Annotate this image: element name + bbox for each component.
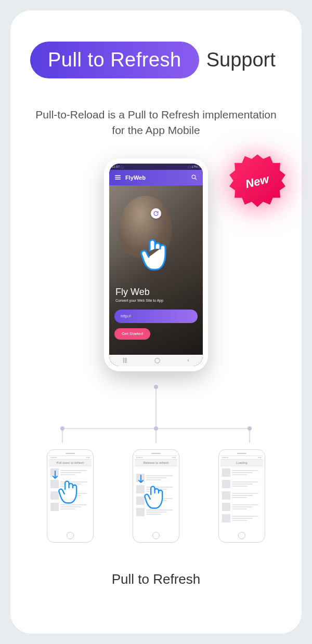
hero-area: Fly Web Convert your Web Site to App htt…: [109, 185, 203, 354]
step-phone-2: ●●●●●●●● Release to refresh: [133, 449, 179, 543]
feature-card: Pull to Refresh Support Pull-to-Reload i…: [10, 10, 302, 634]
arrow-down-icon: [52, 471, 58, 482]
url-input[interactable]: http://: [114, 310, 198, 323]
svg-point-1: [192, 176, 196, 179]
step-phone-1: ●●●●●●●● Pull down to refresh: [47, 449, 94, 543]
status-bar: 11:57 ⬚ ⬚ 17% ▯: [109, 164, 203, 170]
svg-point-7: [248, 426, 252, 431]
title-support: Support: [206, 49, 276, 71]
step-banner: Release to refresh: [135, 460, 177, 466]
recent-apps-icon[interactable]: |||: [123, 357, 127, 363]
steps-row: ●●●●●●●● Pull down to refresh: [26, 449, 286, 543]
home-button-icon: [238, 532, 245, 539]
home-icon[interactable]: ◯: [154, 357, 160, 363]
home-button-icon: [67, 532, 74, 539]
svg-point-6: [60, 426, 64, 431]
svg-point-2: [154, 385, 158, 389]
step-banner: Pull down to refresh: [49, 460, 92, 466]
status-right: ⬚ 17% ▯: [188, 165, 200, 168]
menu-icon[interactable]: [114, 174, 121, 181]
flow-connectors: [26, 382, 286, 444]
get-started-button[interactable]: Get Started: [114, 328, 150, 340]
phone-screen: 11:57 ⬚ ⬚ 17% ▯ FlyWeb: [109, 164, 203, 366]
status-bar: ●●●●●●●●: [135, 455, 177, 460]
svg-point-5: [154, 426, 158, 431]
search-icon[interactable]: [191, 174, 198, 181]
hero-subtitle: Convert your Web Site to App: [115, 299, 163, 302]
step-phone-3: ●●●●●●●● Loading: [218, 449, 265, 543]
touch-gesture-icon: [140, 232, 172, 276]
hero-title: Fly Web: [115, 287, 163, 298]
hero-text: Fly Web Convert your Web Site to App: [115, 287, 163, 302]
home-button-icon: [152, 532, 160, 539]
android-nav-bar: ||| ◯ ‹: [109, 355, 203, 366]
arrow-down-icon: [138, 475, 144, 486]
title-pill: Pull to Refresh: [30, 42, 199, 78]
status-bar: ●●●●●●●●: [49, 455, 92, 460]
status-left: 11:57 ⬚: [112, 165, 124, 168]
refresh-indicator: [151, 208, 161, 219]
back-icon[interactable]: ‹: [187, 357, 189, 363]
status-bar: ●●●●●●●●: [220, 455, 263, 460]
touch-gesture-icon: [144, 480, 167, 514]
step-banner: Loading: [220, 460, 263, 466]
footer-title: Pull to Refresh: [26, 571, 286, 587]
main-phone-mock: 11:57 ⬚ ⬚ 17% ▯ FlyWeb: [104, 158, 208, 371]
subtitle: Pull-to-Reload is a Pull to Refresh impl…: [26, 107, 286, 139]
app-title: FlyWeb: [125, 175, 146, 181]
refresh-icon: [153, 210, 159, 217]
touch-gesture-icon: [58, 475, 81, 509]
header: Pull to Refresh Support: [30, 42, 286, 78]
new-badge: New: [229, 153, 286, 210]
app-bar: FlyWeb: [109, 170, 203, 185]
